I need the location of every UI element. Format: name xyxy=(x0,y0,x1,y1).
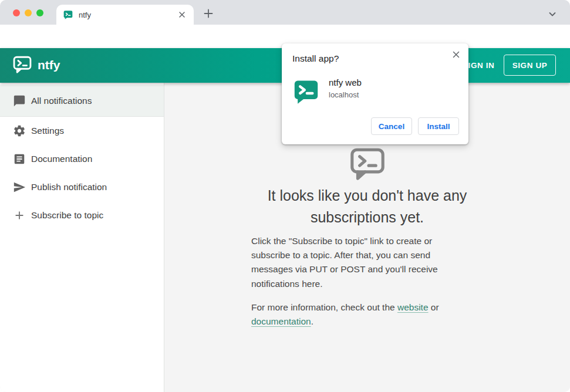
sidebar-item-subscribe-to-topic[interactable]: Subscribe to topic xyxy=(0,201,164,229)
install-button[interactable]: Install xyxy=(418,117,459,135)
brand-name: ntfy xyxy=(38,58,60,72)
window-controls xyxy=(13,9,43,16)
sidebar-item-label: Documentation xyxy=(31,154,92,164)
empty-state-text: Click the "Subscribe to topic" link to c… xyxy=(251,234,458,329)
ntfy-app-icon xyxy=(294,79,319,104)
tab-strip: ntfy xyxy=(0,0,570,25)
gear-icon xyxy=(12,124,26,138)
install-app-dialog: Install app? ntfy web localhost Cancel I… xyxy=(282,43,468,144)
sidebar-item-all-notifications[interactable]: All notifications xyxy=(0,85,164,117)
close-window-button[interactable] xyxy=(13,9,20,16)
sidebar-item-documentation[interactable]: Documentation xyxy=(0,145,164,173)
tab-title: ntfy xyxy=(79,11,177,19)
minimize-window-button[interactable] xyxy=(25,9,32,16)
sidebar-item-label: Subscribe to topic xyxy=(31,210,103,221)
dialog-close-icon[interactable] xyxy=(451,49,461,60)
sidebar-item-label: Settings xyxy=(31,126,64,136)
empty-state-heading: It looks like you don't have any subscri… xyxy=(164,185,570,228)
new-tab-button[interactable] xyxy=(202,7,215,20)
browser-tab[interactable]: ntfy xyxy=(56,5,194,25)
cancel-button[interactable]: Cancel xyxy=(371,117,412,135)
browser-window: ntfy localhost xyxy=(0,0,570,392)
sidebar-item-label: Publish notification xyxy=(31,182,107,192)
tab-close-icon[interactable] xyxy=(177,10,187,19)
sidebar-item-settings[interactable]: Settings xyxy=(0,117,164,145)
sidebar-item-label: All notifications xyxy=(31,96,92,106)
website-link[interactable]: website xyxy=(397,302,429,312)
sign-up-button[interactable]: SIGN UP xyxy=(504,55,556,76)
sidebar-item-publish-notification[interactable]: Publish notification xyxy=(0,173,164,201)
documentation-link[interactable]: documentation xyxy=(251,316,311,326)
dialog-title: Install app? xyxy=(292,53,339,64)
dialog-app-origin: localhost xyxy=(329,90,359,99)
sidebar-nav: All notifications Settings Documentation… xyxy=(0,83,164,392)
empty-state-paragraph-1: Click the "Subscribe to topic" link to c… xyxy=(251,234,458,291)
article-icon xyxy=(12,152,26,166)
empty-state-paragraph-2: For more information, check out the webs… xyxy=(251,300,458,329)
dialog-app-name: ntfy web xyxy=(329,77,362,87)
tab-search-chevron-icon[interactable] xyxy=(547,8,558,20)
dialog-actions: Cancel Install xyxy=(371,117,459,135)
chat-bubble-icon xyxy=(12,94,26,108)
plus-icon xyxy=(12,208,26,222)
ntfy-logo-icon xyxy=(13,56,32,74)
send-icon xyxy=(12,180,26,194)
ntfy-favicon-icon xyxy=(63,10,73,19)
zoom-window-button[interactable] xyxy=(36,9,43,16)
ntfy-outline-icon xyxy=(164,147,570,181)
